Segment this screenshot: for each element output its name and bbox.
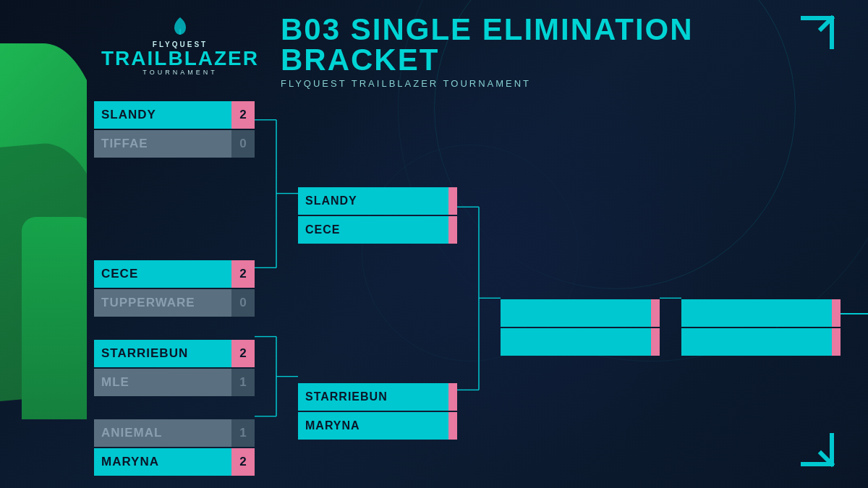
player-score: 2 <box>231 101 255 129</box>
bracket-container: SLANDY 2 TIFFAE 0 CECE 2 TUPPERWARE 0 ST… <box>94 87 825 445</box>
player-name: MARYNA <box>298 412 448 440</box>
player-score: 0 <box>231 130 255 158</box>
player-name: ANIEMAL <box>94 419 231 447</box>
round1-match2-player1: CECE 2 <box>94 260 255 288</box>
player-score: 0 <box>231 289 255 317</box>
round1-match3-player2: MLE 1 <box>94 369 255 396</box>
player-name: STARRIEBUN <box>298 383 448 411</box>
round1-match4-player1: ANIEMAL 1 <box>94 419 255 447</box>
header: FLYQUEST TRAILBLAZER TOURNAMENT B03 SING… <box>101 14 825 89</box>
round4-player1 <box>681 299 841 327</box>
player-score: 2 <box>231 340 255 367</box>
logo-area: FLYQUEST TRAILBLAZER TOURNAMENT <box>101 14 259 76</box>
player-name <box>501 299 651 327</box>
player-name: STARRIEBUN <box>94 340 231 367</box>
round1-match3: STARRIEBUN 2 MLE 1 <box>94 340 255 398</box>
round3-player2 <box>501 328 660 356</box>
round3-match1 <box>501 299 660 357</box>
player-name: TUPPERWARE <box>94 289 231 317</box>
player-score: 1 <box>231 419 255 447</box>
round2-match1-player2: CECE <box>298 216 457 244</box>
round3-player1 <box>501 299 660 327</box>
title-area: B03 SINGLE ELIMINATION BRACKET FLYQUEST … <box>281 14 825 89</box>
corner-arrow-top-right <box>796 14 839 56</box>
final-line <box>841 313 868 314</box>
round1-match3-player1: STARRIEBUN 2 <box>94 340 255 367</box>
round2-match2: STARRIEBUN MARYNA <box>298 383 457 441</box>
round4-match1 <box>681 299 841 357</box>
green-decoration <box>0 0 87 488</box>
logo-trailblazer: TRAILBLAZER <box>101 48 259 69</box>
player-score: 1 <box>231 369 255 396</box>
player-name <box>501 328 651 356</box>
player-name: SLANDY <box>94 101 231 129</box>
player-name <box>681 328 832 356</box>
round2-match1-player1: SLANDY <box>298 187 457 215</box>
round2-match2-player1: STARRIEBUN <box>298 383 457 411</box>
round1-match1-player2: TIFFAE 0 <box>94 130 255 158</box>
round1-match1-player1: SLANDY 2 <box>94 101 255 129</box>
bracket-title: B03 SINGLE ELIMINATION BRACKET <box>281 14 825 75</box>
logo-tournament: TOURNAMENT <box>142 69 217 76</box>
round2-match1: SLANDY CECE <box>298 187 457 245</box>
round2-match2-player2: MARYNA <box>298 412 457 440</box>
round1-match4: ANIEMAL 1 MARYNA 2 <box>94 419 255 477</box>
round4-player2 <box>681 328 841 356</box>
round1-match2-player2: TUPPERWARE 0 <box>94 289 255 317</box>
player-name <box>681 299 832 327</box>
player-name: MARYNA <box>94 448 231 476</box>
player-score: 2 <box>231 260 255 288</box>
round1-match2: CECE 2 TUPPERWARE 0 <box>94 260 255 318</box>
player-name: SLANDY <box>298 187 448 215</box>
player-name: TIFFAE <box>94 130 231 158</box>
player-name: CECE <box>298 216 448 244</box>
logo-icon <box>169 14 192 38</box>
round1-match4-player2: MARYNA 2 <box>94 448 255 476</box>
round1-match1: SLANDY 2 TIFFAE 0 <box>94 101 255 159</box>
player-name: CECE <box>94 260 231 288</box>
player-name: MLE <box>94 369 231 396</box>
player-score: 2 <box>231 448 255 476</box>
